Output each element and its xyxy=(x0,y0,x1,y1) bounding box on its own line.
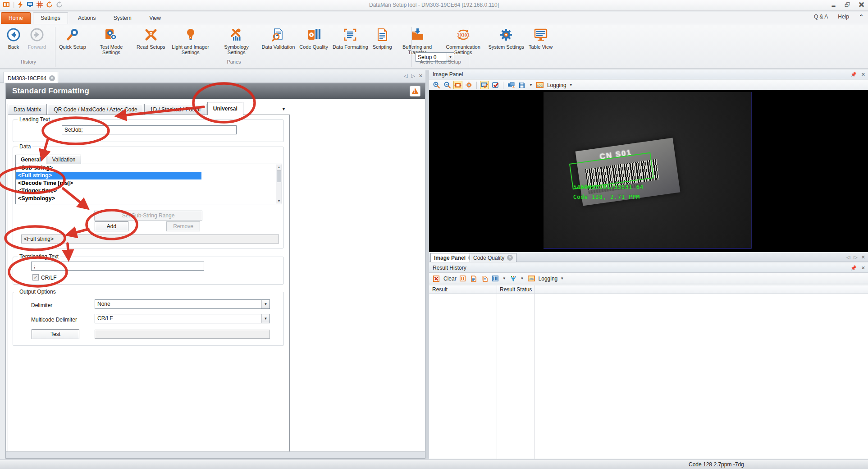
history-group-label: History xyxy=(2,59,55,64)
tab-view[interactable]: View xyxy=(142,12,169,24)
tab-general[interactable]: General xyxy=(15,155,46,164)
logging-chevron-icon[interactable]: ▼ xyxy=(559,276,565,280)
close-button[interactable]: 🗙 xyxy=(859,1,864,8)
add-button[interactable]: Add xyxy=(95,221,128,231)
data-label: Data xyxy=(18,143,32,150)
columns-icon[interactable] xyxy=(491,274,500,283)
panel-title: Standard Formatting xyxy=(6,87,89,96)
result-status-column-header[interactable]: Result Status xyxy=(497,286,535,293)
close-panel-icon[interactable]: ✕ xyxy=(861,72,865,78)
image-canvas[interactable]: CN S01 5469020101733531 64 Code 128, 2.7… xyxy=(429,90,868,252)
filter-chevron-icon[interactable]: ▼ xyxy=(520,276,525,280)
multicode-delimiter-combo[interactable]: CR/LF ▼ xyxy=(95,314,270,323)
terminating-text-input[interactable] xyxy=(31,262,204,271)
close-tab-icon[interactable]: ✕ xyxy=(49,75,55,81)
close-panel-icon[interactable]: ✕ xyxy=(861,265,865,271)
tab-actions[interactable]: Actions xyxy=(70,12,103,24)
standard-formatting-panel: Standard Formatting Data Matrix QR Code … xyxy=(5,83,425,459)
tab-home[interactable]: Home xyxy=(1,12,31,24)
system-settings-gear-icon xyxy=(499,28,513,42)
logging-chevron-icon[interactable]: ▼ xyxy=(568,83,574,87)
device-document-tab[interactable]: DM303-19CE64 ✕ xyxy=(4,72,58,83)
qa-link[interactable]: Q & A xyxy=(814,14,828,20)
close-tab-icon[interactable]: ✕ xyxy=(507,255,513,261)
warning-chip[interactable] xyxy=(410,86,420,97)
list-item[interactable]: <Trigger time> xyxy=(16,187,282,195)
tab-system[interactable]: System xyxy=(106,12,139,24)
columns-chevron-icon[interactable]: ▼ xyxy=(502,276,507,280)
crlf-checkbox[interactable]: ✓ xyxy=(32,274,39,280)
warning-icon xyxy=(411,88,419,94)
scroll-down-icon[interactable]: ▼ xyxy=(276,198,282,204)
fit-image-icon[interactable] xyxy=(453,81,462,89)
log-icon[interactable]: LOG xyxy=(527,274,536,283)
document-tab-strip: DM303-19CE64 ✕ ◁ ▷ ✕ xyxy=(0,70,425,83)
list-item-selected[interactable]: <Full string> xyxy=(16,172,201,179)
save-options-chevron-icon[interactable]: ▼ xyxy=(528,83,534,87)
copy-report-icon[interactable] xyxy=(480,274,489,283)
svg-text:LOG: LOG xyxy=(528,277,534,280)
data-token-list[interactable]: <Sub-string> <Full string> <Decode Time … xyxy=(15,164,282,204)
terminating-text-group: Terminating Text ✓ CR/LF xyxy=(13,257,284,285)
scroll-tabs-left-icon[interactable]: ◁ xyxy=(404,73,407,79)
center-image-icon[interactable] xyxy=(464,81,473,89)
chevron-down-icon[interactable]: ▼ xyxy=(261,300,270,308)
scroll-tabs-right-icon[interactable]: ▷ xyxy=(411,73,415,79)
tab-qr-maxicode-aztec[interactable]: QR Code / MaxiCode / Aztec Code xyxy=(48,104,143,115)
list-item[interactable]: <Symbology> xyxy=(16,195,282,202)
status-code-info: Code 128 2.7ppm -7dg xyxy=(689,461,744,468)
tab-settings[interactable]: Settings xyxy=(33,12,68,24)
tab-data-matrix[interactable]: Data Matrix xyxy=(8,104,47,115)
test-button[interactable]: Test xyxy=(32,329,79,339)
list-scrollbar[interactable]: ▲ ▼ xyxy=(276,164,282,204)
tab-1d-stacked-postal[interactable]: 1D / Stacked / Postal xyxy=(144,104,206,115)
tab-universal[interactable]: Universal xyxy=(207,102,243,115)
close-pane-icon[interactable]: ✕ xyxy=(861,254,865,260)
vertical-splitter[interactable] xyxy=(425,70,429,459)
tab-validation[interactable]: Validation xyxy=(47,155,81,164)
list-item[interactable]: <Decode Time [ms]> xyxy=(16,179,282,187)
scroll-up-icon[interactable]: ▲ xyxy=(276,164,282,170)
pause-icon[interactable] xyxy=(458,274,467,283)
code-quality-icon xyxy=(306,28,321,42)
close-pane-icon[interactable]: ✕ xyxy=(419,73,423,79)
list-item[interactable]: <Sub-string> xyxy=(16,164,282,172)
restore-button[interactable]: 🗗 xyxy=(845,1,850,8)
zoom-in-icon[interactable] xyxy=(432,81,441,89)
delimiter-combo[interactable]: None ▼ xyxy=(95,299,270,309)
validate-image-icon[interactable] xyxy=(491,81,500,89)
ribbon-tab-strip: Home Settings Actions System View xyxy=(0,12,868,24)
chevron-down-icon[interactable]: ▼ xyxy=(261,314,270,323)
tab-code-quality[interactable]: Code Quality ✕ xyxy=(470,253,516,262)
pin-icon[interactable]: 📌 xyxy=(850,265,857,271)
report-icon[interactable] xyxy=(469,274,478,283)
device-tab-label: DM303-19CE64 xyxy=(8,75,46,82)
result-column-header[interactable]: Result xyxy=(429,286,497,293)
save-image-icon[interactable] xyxy=(517,81,526,89)
scroll-tabs-right-icon[interactable]: ▷ xyxy=(854,254,857,260)
code-quality-tab-label: Code Quality xyxy=(473,255,504,261)
terminating-text-label: Terminating Text xyxy=(18,253,60,260)
result-history-table: Result Result Status xyxy=(429,285,868,459)
collapse-ribbon-icon[interactable]: ⌃ xyxy=(859,14,863,20)
filter-icon[interactable] xyxy=(509,274,518,283)
help-link[interactable]: Help xyxy=(838,14,849,20)
clear-label[interactable]: Clear xyxy=(443,276,457,282)
zoom-out-icon[interactable] xyxy=(443,81,452,89)
scroll-tabs-left-icon[interactable]: ◁ xyxy=(846,254,850,260)
data-validation-icon xyxy=(271,28,285,42)
image-panel-title: Image Panel xyxy=(433,71,463,78)
pin-icon[interactable]: 📌 xyxy=(850,72,857,78)
image-set-icon[interactable] xyxy=(507,81,516,89)
show-live-image-icon[interactable] xyxy=(480,81,489,89)
scroll-thumb[interactable] xyxy=(277,170,281,182)
data-group: Data General Validation <Sub-string> <Fu… xyxy=(13,147,284,248)
log-icon[interactable]: LOG xyxy=(535,81,544,89)
panes-group-label: Panes xyxy=(57,59,411,64)
tab-overflow-chevron-icon[interactable]: ▼ xyxy=(282,107,286,111)
minimize-button[interactable]: 🗕 xyxy=(831,1,836,8)
clear-results-icon[interactable] xyxy=(432,274,441,283)
format-expression-field[interactable]: <Full string> xyxy=(21,234,279,244)
leading-text-input[interactable] xyxy=(62,125,237,134)
forward-arrow-icon xyxy=(30,28,44,41)
